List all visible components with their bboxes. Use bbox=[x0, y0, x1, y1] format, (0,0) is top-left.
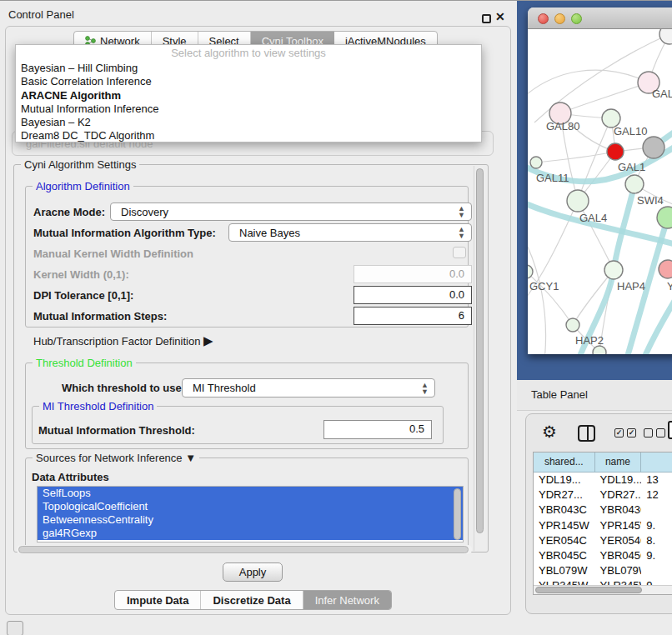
scrollbar-thumb[interactable] bbox=[476, 168, 484, 533]
cytoscape-workspace: Control Panel ✕ Network Style Select Cyn… bbox=[0, 0, 672, 635]
close-panel-icon[interactable]: ✕ bbox=[495, 10, 505, 23]
table-header-row: shared... name bbox=[534, 452, 672, 472]
kernel-width-field[interactable]: 0.0 bbox=[354, 265, 472, 283]
desktop-background: GALGAL80GAL10GAL1SWI4GAL11GAL4GCY1HAP4YH… bbox=[517, 1, 672, 381]
which-threshold-combobox[interactable]: MI Threshold ▲▼ bbox=[182, 378, 435, 398]
table-row[interactable]: YDL19...YDL19...13 bbox=[534, 472, 672, 488]
which-threshold-label: Which threshold to use: bbox=[62, 382, 185, 394]
algorithm-dropdown-placeholder: Select algorithm to view settings bbox=[16, 45, 481, 62]
dpi-tolerance-label: DPI Tolerance [0,1]: bbox=[33, 289, 133, 302]
network-node-label: Y bbox=[667, 280, 672, 292]
column-header-shared[interactable]: shared... bbox=[534, 452, 595, 472]
network-node[interactable] bbox=[643, 137, 664, 158]
tab-discretize-data[interactable]: Discretize Data bbox=[201, 591, 303, 609]
columns-icon[interactable] bbox=[578, 425, 595, 442]
zoom-traffic-light[interactable] bbox=[571, 13, 582, 24]
mi-threshold-label: Mutual Information Threshold: bbox=[38, 424, 195, 437]
table-horizontal-scrollbar[interactable] bbox=[534, 585, 672, 594]
unchecked-checkboxes-icon[interactable] bbox=[644, 428, 665, 438]
network-node-gal1[interactable] bbox=[607, 143, 624, 160]
attribute-item[interactable]: TopologicalCoefficient bbox=[38, 500, 463, 513]
network-node-label: SWI4 bbox=[637, 194, 664, 207]
algorithm-dropdown-popup: Select algorithm to view settings Bayesi… bbox=[15, 44, 482, 142]
mi-steps-field[interactable]: 6 bbox=[354, 307, 472, 325]
algorithm-option-highlighted[interactable]: ARACNE Algorithm bbox=[16, 89, 481, 102]
bottom-tabstrip: Impute Data Discretize Data Infer Networ… bbox=[114, 590, 392, 610]
table-row[interactable]: YBL079WYBL079W bbox=[534, 563, 672, 578]
algorithm-option[interactable]: Mutual Information Inference bbox=[16, 102, 481, 116]
algorithm-option[interactable]: Bayesian – K2 bbox=[16, 116, 481, 129]
page-icon[interactable] bbox=[668, 421, 672, 439]
checked-checkboxes-icon[interactable]: ✓✓ bbox=[614, 428, 636, 438]
network-node[interactable] bbox=[657, 207, 672, 228]
network-node-hap2[interactable] bbox=[566, 318, 579, 332]
network-edge bbox=[578, 118, 611, 201]
mi-type-label: Mutual Information Algorithm Type: bbox=[33, 227, 216, 239]
attribute-item[interactable]: BetweennessCentrality bbox=[38, 513, 463, 527]
manual-kernel-checkbox[interactable] bbox=[453, 247, 466, 258]
column-header-name[interactable]: name bbox=[595, 452, 642, 472]
table-panel-title: Table Panel bbox=[531, 388, 588, 401]
settings-horizontal-scrollbar[interactable] bbox=[17, 545, 472, 554]
network-window-titlebar[interactable] bbox=[528, 8, 672, 29]
column-header-cut[interactable] bbox=[641, 452, 672, 472]
gear-icon[interactable]: ⚙ bbox=[542, 422, 557, 441]
network-node-swi4[interactable] bbox=[625, 175, 644, 193]
settings-vertical-scrollbar[interactable] bbox=[474, 166, 484, 551]
minimize-traffic-light[interactable] bbox=[554, 13, 565, 24]
restore-panel-icon[interactable] bbox=[7, 621, 23, 635]
network-node[interactable] bbox=[593, 346, 606, 354]
scrollbar-thumb[interactable] bbox=[18, 546, 469, 553]
data-attributes-label: Data Attributes bbox=[32, 471, 109, 483]
list-vertical-scrollbar[interactable] bbox=[454, 488, 461, 540]
network-node-label: HAP2 bbox=[575, 334, 604, 347]
hub-definition-toggle[interactable]: Hub/Transcription Factor Definition ▶ bbox=[33, 333, 213, 348]
aracne-mode-label: Aracne Mode: bbox=[33, 206, 105, 218]
table-row[interactable]: YPR145WYPR145W9. bbox=[534, 518, 672, 533]
algorithm-option[interactable]: Dream8 DC_TDC Algorithm bbox=[16, 129, 481, 142]
network-graph[interactable]: GALGAL80GAL10GAL1SWI4GAL11GAL4GCY1HAP4YH… bbox=[528, 29, 672, 354]
close-traffic-light[interactable] bbox=[538, 13, 549, 24]
algorithm-option[interactable]: Basic Correlation Inference bbox=[16, 75, 481, 88]
network-node-gal11[interactable] bbox=[530, 157, 542, 168]
network-canvas[interactable]: GALGAL80GAL10GAL1SWI4GAL11GAL4GCY1HAP4YH… bbox=[528, 29, 672, 354]
network-node-label: GAL80 bbox=[546, 120, 579, 132]
table-panel-header: Table Panel bbox=[517, 380, 672, 411]
table-row[interactable]: YBR043CYBR043C bbox=[534, 502, 672, 518]
aracne-mode-combobox[interactable]: Discovery ▲▼ bbox=[110, 202, 472, 221]
network-node-label: GAL11 bbox=[536, 172, 569, 184]
network-node-y[interactable] bbox=[659, 260, 672, 278]
network-node[interactable] bbox=[659, 29, 672, 44]
network-view-window[interactable]: GALGAL80GAL10GAL1SWI4GAL11GAL4GCY1HAP4YH… bbox=[528, 8, 672, 354]
data-attributes-list: SelfLoops TopologicalCoefficient Between… bbox=[37, 486, 464, 542]
control-panel-title: Control Panel bbox=[8, 8, 74, 21]
network-edge bbox=[528, 70, 649, 102]
manual-kernel-label: Manual Kernel Width Definition bbox=[33, 248, 193, 260]
combo-stepper-icon: ▲▼ bbox=[421, 382, 429, 395]
network-edge bbox=[528, 233, 546, 354]
mi-steps-label: Mutual Information Steps: bbox=[33, 310, 167, 322]
network-node-label: GAL10 bbox=[614, 125, 647, 138]
mi-type-combobox[interactable]: Naive Bayes ▲▼ bbox=[228, 223, 472, 242]
mi-threshold-field[interactable]: 0.5 bbox=[323, 420, 432, 439]
combo-stepper-icon: ▲▼ bbox=[458, 205, 465, 218]
float-panel-icon[interactable] bbox=[482, 14, 491, 23]
table-row[interactable]: YDR27...YDR27...12 bbox=[534, 488, 672, 502]
attribute-item[interactable]: gal4RGexp bbox=[38, 527, 463, 540]
network-node-gal4[interactable] bbox=[567, 190, 589, 212]
algorithm-option[interactable]: Bayesian – Hill Climbing bbox=[16, 62, 481, 75]
network-node-label: GAL4 bbox=[579, 212, 607, 224]
tab-infer-network[interactable]: Infer Network bbox=[303, 591, 391, 609]
tab-impute-data[interactable]: Impute Data bbox=[115, 591, 201, 609]
dpi-tolerance-field[interactable]: 0.0 bbox=[354, 286, 472, 304]
threshold-definition-title: Threshold Definition bbox=[33, 357, 136, 369]
network-node-hap4[interactable] bbox=[604, 261, 623, 279]
table-row[interactable]: YER054CYER054C8. bbox=[534, 533, 672, 548]
algorithm-definition-title: Algorithm Definition bbox=[33, 180, 133, 192]
table-row[interactable]: YBR045CYBR045C9. bbox=[534, 548, 672, 563]
apply-button[interactable]: Apply bbox=[223, 562, 283, 582]
sources-group-title[interactable]: Sources for Network Inference ▼ bbox=[33, 452, 199, 464]
collapse-down-icon: ▼ bbox=[185, 452, 196, 464]
attribute-item[interactable]: SelfLoops bbox=[38, 487, 463, 500]
scrollbar-thumb[interactable] bbox=[535, 587, 642, 593]
